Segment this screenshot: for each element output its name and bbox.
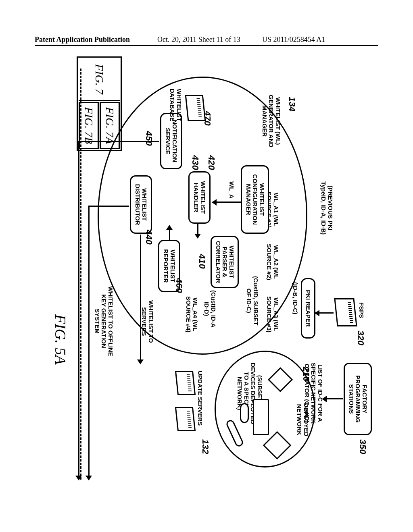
arrow-offline-h	[88, 206, 90, 480]
ref-132: 132	[200, 439, 211, 454]
arrow-fps-down	[323, 398, 343, 399]
arrow-reporter-dist	[169, 226, 170, 240]
fsps-server-icon	[334, 298, 357, 326]
wl-a2-label: WL_A2 (WL SOURCE #2)	[266, 244, 279, 280]
update-server-2	[175, 407, 196, 431]
arrow-wla	[213, 202, 241, 203]
idbc-label: (ID-B, ID-C)	[292, 282, 299, 314]
fsps-label: FSPS	[358, 302, 365, 318]
update-servers-label: UPDATE SERVERS	[197, 371, 204, 426]
arrow-notification-h	[78, 141, 79, 480]
key-fig7b: FIG. 7B	[79, 102, 99, 150]
ref-134: 134	[287, 97, 297, 112]
pki-reaper: PKI REAPER	[301, 278, 315, 339]
ref-410: 410	[197, 254, 207, 269]
update-server-1	[175, 371, 196, 395]
custid-subset-label: (CustID, SUBSET OF ID-C)	[246, 276, 259, 326]
prev-pki-label: (PREVIOUS PKI TypeID, ID-A, ID-B)	[320, 181, 334, 235]
custid-ida-label: (CustID, ID-A ID-D)	[203, 290, 217, 328]
wgm-label: WHITELIST (WL) GENERATOR AND MANAGER	[261, 95, 282, 148]
figure-key-box: FIG. 7 FIG. 7A FIG. 7B	[77, 56, 122, 151]
ref-440: 440	[144, 230, 154, 245]
arrow-fsps-reaper	[315, 312, 334, 314]
wl-a-label: WL_A	[228, 181, 235, 199]
deployed-network-label: DEPLOYED NETWORK	[296, 403, 309, 436]
key-fig7: FIG. 7	[79, 58, 120, 101]
to-offline-label: WHITELIST TO OFFLINE KEY GENERATION SYST…	[94, 286, 114, 356]
wl-a3-label: WL_A3 (WL SOURCE #3)	[266, 296, 279, 332]
header-right: US 2011/0258454 A1	[262, 35, 325, 44]
ref-350: 350	[357, 439, 368, 454]
ref-470: 470	[202, 111, 213, 126]
whitelist-config-manager: WHITELIST CONFIGURATION MANAGER	[241, 165, 269, 234]
arrow-handler-reporter	[197, 224, 198, 238]
ref-210: 210	[301, 367, 311, 382]
header-rule	[35, 45, 378, 46]
header-center: Oct. 20, 2011 Sheet 11 of 13	[157, 35, 240, 44]
ref-420: 420	[206, 155, 217, 170]
ref-460: 460	[174, 278, 184, 293]
figure-stage: FACTORY PROGRAMMING STATIONS FSPS PKI RE…	[41, 52, 372, 496]
arrow-offline-v	[89, 206, 129, 207]
arrow-to-servers	[140, 235, 141, 364]
factory-programming-stations: FACTORY PROGRAMMING STATIONS	[344, 363, 372, 435]
to-servers-label: WHITELIST TO SERVERS	[141, 300, 154, 343]
deploy-stb	[253, 399, 269, 435]
wl-a4-label: WL_A4 (WL SOURCE #4)	[185, 296, 198, 332]
key-fig7a: FIG. 7A	[100, 102, 120, 150]
ref-430: 430	[190, 155, 200, 170]
deploy-cyl	[240, 403, 249, 423]
whitelist-handler: WHITELIST HANDLER	[188, 171, 211, 224]
ref-320: 320	[355, 330, 366, 345]
figure-caption: FIG. 5A	[52, 314, 69, 365]
page: Patent Application Publication Oct. 20, …	[0, 0, 413, 532]
whitelist-parser-correlator: WHITELIST PARSER & CORRELATOR	[211, 236, 239, 288]
whitelist-db-label: WHITELIST DATABASE	[169, 89, 182, 121]
whitelist-distributor: WHITELIST DISTRIBUTOR	[130, 175, 152, 234]
header-left: Patent Application Publication	[35, 35, 130, 44]
ref-450: 450	[144, 131, 154, 146]
